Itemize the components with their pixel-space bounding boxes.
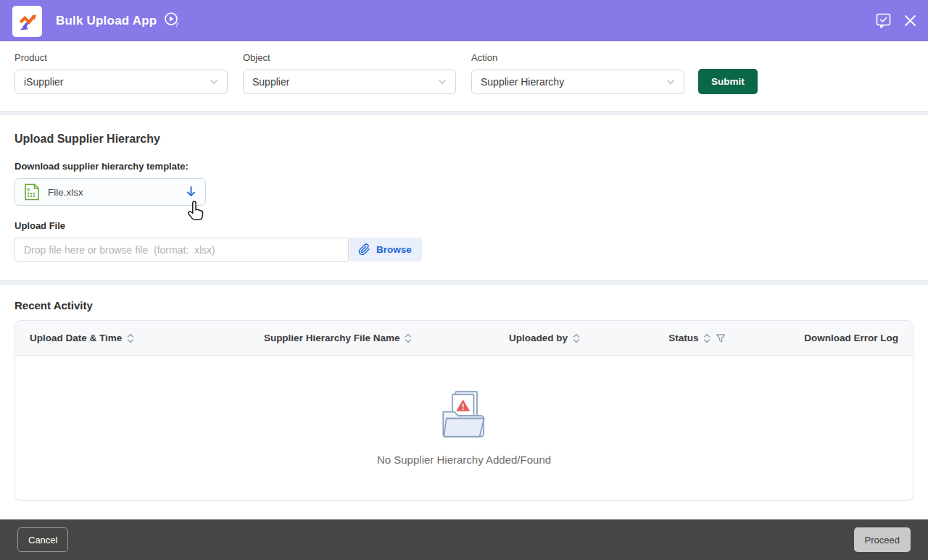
svg-text:x: x xyxy=(27,186,30,193)
sort-icon[interactable] xyxy=(126,333,135,344)
template-file-card[interactable]: x File.xlsx xyxy=(14,178,206,206)
column-label: Supplier Hierarchy File Name xyxy=(264,333,400,343)
recent-activity-table: Upload Date & Time Supplier Hierarchy Fi… xyxy=(14,320,914,501)
upload-section-title: Upload Supplier Hierarchy xyxy=(14,133,914,146)
footer-bar: Cancel Proceed xyxy=(0,519,928,560)
empty-state: No Supplier Hierarchy Added/Found xyxy=(377,390,551,466)
product-field: Product iSupplier xyxy=(14,52,228,94)
recent-activity-title: Recent Activity xyxy=(14,299,914,312)
filter-icon[interactable] xyxy=(716,333,726,343)
template-file-name: File.xlsx xyxy=(48,187,178,198)
download-template-icon[interactable] xyxy=(186,186,196,198)
product-select[interactable]: iSupplier xyxy=(14,70,228,94)
svg-text:?: ? xyxy=(175,21,178,28)
app-logo xyxy=(12,6,42,37)
submit-button[interactable]: Submit xyxy=(698,69,758,94)
chevron-down-icon xyxy=(437,77,447,87)
product-label: Product xyxy=(14,52,228,63)
close-icon[interactable] xyxy=(904,14,916,27)
column-label: Uploaded by xyxy=(509,333,568,343)
upload-file-label: Upload File xyxy=(14,220,914,231)
column-upload-date-time: Upload Date & Time xyxy=(15,333,222,344)
browse-button-label: Browse xyxy=(376,244,412,255)
action-label: Action xyxy=(471,52,684,63)
app-logo-icon xyxy=(17,11,38,33)
help-video-icon[interactable]: ? xyxy=(164,12,180,32)
column-file-name: Supplier Hierarchy File Name xyxy=(222,333,455,344)
table-body: No Supplier Hierarchy Added/Found xyxy=(15,356,913,500)
selection-form: Product iSupplier Object Supplier Action… xyxy=(0,41,928,94)
bulk-upload-app-window: Bulk Upload App ? xyxy=(0,0,928,560)
column-label: Status xyxy=(668,333,698,343)
paperclip-icon xyxy=(358,243,370,256)
upload-supplier-hierarchy-section: Upload Supplier Hierarchy Download suppl… xyxy=(0,115,928,280)
column-label: Download Error Log xyxy=(804,333,898,343)
empty-state-text: No Supplier Hierarchy Added/Found xyxy=(377,454,551,466)
object-field: Object Supplier xyxy=(243,52,456,94)
app-header: Bulk Upload App ? xyxy=(0,0,928,41)
chevron-down-icon xyxy=(209,77,219,87)
feedback-icon[interactable] xyxy=(876,13,891,29)
object-select[interactable]: Supplier xyxy=(243,70,456,94)
column-label: Upload Date & Time xyxy=(30,333,122,343)
product-select-value: iSupplier xyxy=(24,76,63,88)
cancel-button[interactable]: Cancel xyxy=(17,527,68,552)
column-status: Status xyxy=(634,333,760,344)
column-uploaded-by: Uploaded by xyxy=(455,333,635,344)
table-header-row: Upload Date & Time Supplier Hierarchy Fi… xyxy=(15,321,913,356)
file-drop-input[interactable] xyxy=(14,238,349,262)
sort-icon[interactable] xyxy=(404,333,413,344)
download-template-label: Download supplier hierarchy template: xyxy=(14,161,914,172)
object-label: Object xyxy=(243,52,456,63)
sort-icon[interactable] xyxy=(703,333,711,344)
empty-folder-icon xyxy=(438,390,490,440)
column-download-error-log: Download Error Log xyxy=(761,333,913,343)
action-select-value: Supplier Hierarchy xyxy=(481,76,564,88)
excel-file-icon: x xyxy=(24,183,40,201)
action-field: Action Supplier Hierarchy xyxy=(471,52,684,94)
object-select-value: Supplier xyxy=(252,76,289,88)
sort-icon[interactable] xyxy=(572,333,581,344)
page-title: Bulk Upload App xyxy=(56,14,157,28)
recent-activity-section: Recent Activity Upload Date & Time Suppl… xyxy=(0,285,928,501)
proceed-button[interactable]: Proceed xyxy=(854,527,911,552)
browse-button[interactable]: Browse xyxy=(349,238,422,262)
chevron-down-icon xyxy=(666,77,676,87)
action-select[interactable]: Supplier Hierarchy xyxy=(471,70,684,94)
